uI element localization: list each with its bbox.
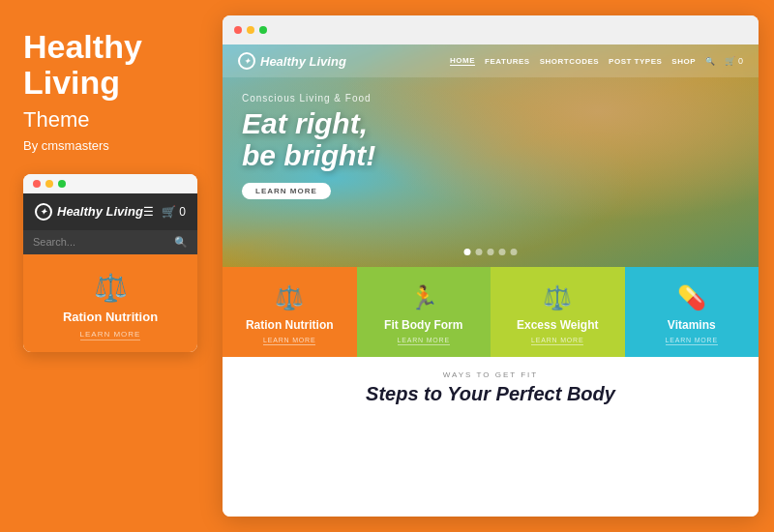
slider-dots	[464, 249, 518, 255]
hero-section: ✦ Healthy Living HOME FEATURES SHORTCODE…	[223, 44, 759, 267]
hero-cta-button[interactable]: LEARN MORE	[242, 183, 331, 199]
feature-card-body[interactable]: 🏃 Fit Body Form LEARN MORE	[357, 267, 491, 357]
mobile-feature-card: ⚖️ Ration Nutrition LEARN MORE	[23, 254, 197, 352]
browser-dot-yellow	[247, 26, 254, 34]
slider-dot-4[interactable]	[499, 249, 506, 255]
nav-links: HOME FEATURES SHORTCODES POST TYPES SHOP…	[450, 56, 743, 66]
browser-dot-green	[259, 26, 267, 34]
mobile-search-bar[interactable]: Search... 🔍	[23, 230, 197, 254]
weight-learn[interactable]: LEARN MORE	[531, 337, 583, 345]
weight-icon: ⚖️	[543, 284, 572, 311]
website-logo-circle: ✦	[238, 52, 255, 70]
dot-red	[33, 180, 41, 188]
hero-headline: Eat right, be bright!	[242, 107, 375, 171]
website-logo: ✦ Healthy Living	[238, 52, 440, 70]
ration-learn[interactable]: LEARN MORE	[263, 337, 315, 345]
ration-label: Ration Nutrition	[246, 318, 334, 332]
theme-author: By cmsmasters	[23, 138, 199, 153]
nav-shop[interactable]: SHOP	[671, 57, 696, 66]
left-panel: Healthy Living Theme By cmsmasters ✦ Hea…	[0, 0, 223, 532]
mobile-search-icon: 🔍	[174, 236, 188, 249]
nav-shortcodes[interactable]: SHORTCODES	[540, 57, 599, 66]
feature-card-ration[interactable]: ⚖️ Ration Nutrition LEARN MORE	[223, 267, 357, 357]
dot-green	[58, 180, 66, 188]
body-label: Fit Body Form	[384, 318, 462, 332]
mobile-learn-more[interactable]: LEARN MORE	[80, 330, 141, 340]
vitamins-icon: 💊	[677, 284, 706, 311]
ways-label: WAYS TO GET FIT	[443, 370, 538, 379]
nav-home[interactable]: HOME	[450, 56, 475, 66]
feature-cards: ⚖️ Ration Nutrition LEARN MORE 🏃 Fit Bod…	[223, 267, 759, 357]
hero-text: Conscious Living & Food Eat right, be br…	[242, 93, 375, 199]
theme-subtitle: Theme	[23, 107, 199, 133]
weight-label: Excess Weight	[517, 318, 598, 332]
mobile-nav-icons: ☰ 🛒 0	[143, 205, 186, 219]
nav-cart-icon[interactable]: 🛒 0	[725, 56, 743, 66]
nav-features[interactable]: FEATURES	[485, 57, 530, 66]
mobile-logo: ✦ Healthy Living	[35, 203, 143, 221]
slider-dot-1[interactable]	[464, 249, 471, 255]
mobile-logo-circle: ✦	[35, 203, 52, 221]
browser-titlebar	[223, 15, 759, 44]
mobile-feature-label: Ration Nutrition	[63, 310, 158, 324]
slider-dot-2[interactable]	[476, 249, 483, 255]
steps-headline: Steps to Your Perfect Body	[366, 383, 615, 405]
mobile-nav: ✦ Healthy Living ☰ 🛒 0	[23, 193, 197, 230]
website-nav: ✦ Healthy Living HOME FEATURES SHORTCODE…	[223, 44, 759, 77]
vitamins-label: Vitamins	[668, 318, 716, 332]
nav-search-icon[interactable]: 🔍	[705, 57, 716, 66]
mobile-titlebar	[23, 174, 197, 193]
mobile-menu-icon: ☰	[143, 205, 154, 219]
mobile-search-placeholder: Search...	[33, 236, 75, 248]
hero-tagline: Conscious Living & Food	[242, 93, 375, 103]
mobile-mockup: ✦ Healthy Living ☰ 🛒 0 Search... 🔍 ⚖️ Ra…	[23, 174, 197, 352]
theme-title: Healthy Living	[23, 29, 199, 102]
browser-dot-red	[234, 26, 242, 34]
body-learn[interactable]: LEARN MORE	[398, 337, 450, 345]
feature-card-weight[interactable]: ⚖️ Excess Weight LEARN MORE	[491, 267, 625, 357]
slider-dot-5[interactable]	[511, 249, 518, 255]
vitamins-learn[interactable]: LEARN MORE	[666, 337, 718, 345]
bottom-section: WAYS TO GET FIT Steps to Your Perfect Bo…	[223, 357, 759, 517]
slider-dot-3[interactable]	[488, 249, 494, 255]
body-icon: 🏃	[409, 284, 438, 311]
dot-yellow	[45, 180, 53, 188]
feature-card-vitamins[interactable]: 💊 Vitamins LEARN MORE	[625, 267, 759, 357]
nav-post-types[interactable]: POST TYPES	[609, 57, 662, 66]
ration-icon: ⚖️	[275, 284, 304, 311]
browser-mockup: ✦ Healthy Living HOME FEATURES SHORTCODE…	[223, 15, 759, 517]
mobile-feature-icon: ⚖️	[94, 272, 128, 304]
mobile-cart-icon: 🛒 0	[162, 205, 186, 219]
